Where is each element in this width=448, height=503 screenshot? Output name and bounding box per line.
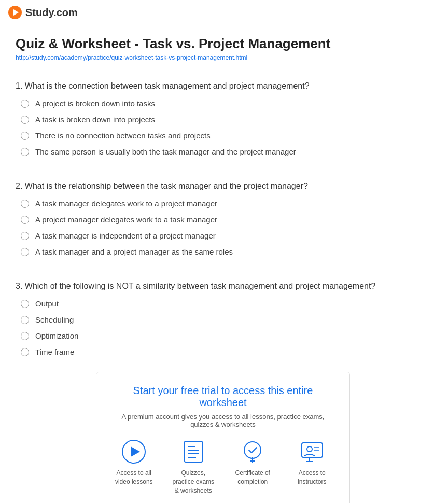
cta-feature-certificate: Certificate of completion — [231, 439, 275, 495]
option-label: A task manager delegates work to a proje… — [35, 199, 217, 208]
quiz-icon — [180, 439, 206, 465]
list-item[interactable]: A task manager delegates work to a proje… — [21, 199, 430, 208]
svg-marker-3 — [131, 446, 140, 457]
video-icon — [121, 439, 147, 465]
radio-button[interactable] — [21, 116, 29, 124]
cta-subtitle: A premium account gives you access to al… — [112, 413, 334, 428]
cta-feature-instructor-label: Access to instructors — [290, 469, 334, 486]
cta-feature-quiz: Quizzes, practice exams & worksheets — [172, 439, 216, 495]
radio-button[interactable] — [21, 216, 29, 224]
list-item[interactable]: There is no connection between tasks and… — [21, 131, 430, 140]
radio-button[interactable] — [21, 200, 29, 208]
radio-button[interactable] — [21, 132, 29, 140]
option-label: A project is broken down into tasks — [35, 99, 155, 108]
question-1-options: A project is broken down into tasks A ta… — [16, 99, 430, 156]
logo-text: Study.com — [25, 7, 78, 19]
svg-point-13 — [307, 446, 312, 452]
option-label: A task is broken down into projects — [35, 115, 155, 124]
cta-feature-certificate-label: Certificate of completion — [231, 469, 275, 486]
question-2: 2. What is the relationship between the … — [16, 181, 430, 256]
cta-title: Start your free trial to access this ent… — [112, 385, 334, 409]
question-3: 3. Which of the following is NOT a simil… — [16, 282, 430, 356]
study-com-logo-icon — [8, 5, 22, 20]
option-label: Time frame — [35, 347, 74, 356]
radio-button[interactable] — [21, 148, 29, 156]
option-label: A task manager and a project manager as … — [35, 247, 233, 256]
question-1: 1. What is the connection between task m… — [16, 81, 430, 156]
option-label: Optimization — [35, 331, 78, 340]
site-header: Study.com — [0, 0, 448, 25]
question-3-text: 3. Which of the following is NOT a simil… — [16, 282, 430, 291]
cta-main: Start your free trial to access this ent… — [96, 372, 349, 503]
list-item[interactable]: A task manager is independent of a proje… — [21, 231, 430, 240]
list-item[interactable]: Time frame — [21, 347, 430, 356]
question-3-options: Output Scheduling Optimization Time fram… — [16, 299, 430, 356]
radio-button[interactable] — [21, 300, 29, 308]
option-label: The same person is usually both the task… — [35, 147, 296, 156]
question-1-text: 1. What is the connection between task m… — [16, 81, 430, 91]
list-item[interactable]: A project manager delegates work to a ta… — [21, 215, 430, 224]
option-label: A task manager is independent of a proje… — [35, 231, 216, 240]
list-item[interactable]: The same person is usually both the task… — [21, 147, 430, 156]
cta-feature-video: Access to all video lessons — [112, 439, 156, 495]
logo[interactable]: Study.com — [8, 5, 78, 20]
cta-feature-instructor: Access to instructors — [290, 439, 334, 495]
cta-box: Start your free trial to access this ent… — [96, 372, 350, 503]
radio-button[interactable] — [21, 100, 29, 108]
list-item[interactable]: Optimization — [21, 331, 430, 340]
option-label: A project manager delegates work to a ta… — [35, 215, 217, 224]
radio-button[interactable] — [21, 248, 29, 256]
main-content: Quiz & Worksheet - Task vs. Project Mana… — [0, 25, 446, 503]
page-url[interactable]: http://study.com/academy/practice/quiz-w… — [16, 54, 430, 61]
title-divider — [16, 71, 430, 71]
svg-point-9 — [244, 442, 261, 458]
cta-features: Access to all video lessons Quizzes, pra… — [112, 439, 334, 495]
list-item[interactable]: A project is broken down into tasks — [21, 99, 430, 108]
page-title: Quiz & Worksheet - Task vs. Project Mana… — [16, 36, 430, 52]
certificate-icon — [240, 439, 265, 465]
question-divider-1 — [16, 171, 430, 171]
option-label: Scheduling — [35, 315, 74, 324]
list-item[interactable]: A task is broken down into projects — [21, 115, 430, 124]
cta-feature-video-label: Access to all video lessons — [112, 469, 156, 486]
option-label: Output — [35, 299, 59, 308]
question-2-text: 2. What is the relationship between the … — [16, 181, 430, 191]
question-2-options: A task manager delegates work to a proje… — [16, 199, 430, 256]
svg-rect-4 — [185, 441, 202, 462]
list-item[interactable]: A task manager and a project manager as … — [21, 247, 430, 256]
radio-button[interactable] — [21, 332, 29, 340]
instructor-icon — [299, 439, 325, 465]
radio-button[interactable] — [21, 232, 29, 240]
radio-button[interactable] — [21, 316, 29, 324]
list-item[interactable]: Output — [21, 299, 430, 308]
list-item[interactable]: Scheduling — [21, 315, 430, 324]
option-label: There is no connection between tasks and… — [35, 131, 211, 140]
radio-button[interactable] — [21, 348, 29, 356]
question-divider-2 — [16, 271, 430, 271]
cta-feature-quiz-label: Quizzes, practice exams & worksheets — [172, 469, 216, 495]
